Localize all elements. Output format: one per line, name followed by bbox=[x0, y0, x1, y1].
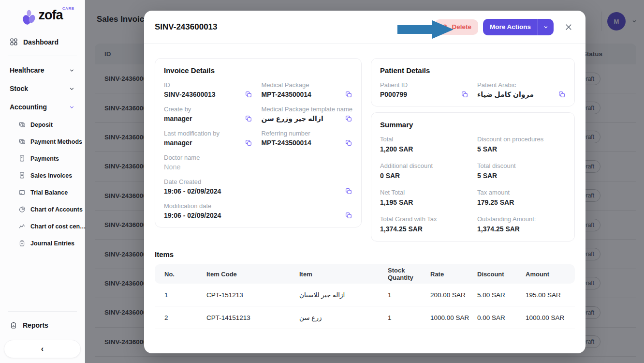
brand-badge: CARE bbox=[62, 7, 74, 11]
journal-entries-icon bbox=[18, 240, 26, 247]
summary-outstanding-amount: Outstanding Amount: 1,374.25 SAR bbox=[477, 215, 566, 233]
col-rate: Rate bbox=[430, 271, 477, 278]
card-title: Patient Details bbox=[380, 66, 566, 75]
modal-right-column: Patient Details Patient ID P000799 bbox=[371, 58, 575, 242]
summary-net-total: Net Total 1,195 SAR bbox=[380, 189, 468, 207]
more-actions-button[interactable]: More Actions bbox=[483, 19, 554, 35]
chevron-down-icon bbox=[69, 67, 75, 74]
chevron-left-icon: ‹ bbox=[41, 345, 44, 353]
sidebar-item-deposit[interactable]: Deposit bbox=[0, 116, 85, 133]
modal-header: SINV-243600013 Delete More Actions bbox=[144, 11, 585, 44]
sidebar-item-label: Chart of cost cen… bbox=[30, 223, 86, 230]
item-row: 1 CPT-151213 ازاله جير للاسنان 1 200.00 … bbox=[155, 284, 575, 306]
field-date-created: Date Created 19:06 - 02/09/2024 bbox=[164, 178, 352, 195]
sidebar-item-payment-methods[interactable]: Payment Methods bbox=[0, 133, 85, 150]
payments-icon bbox=[18, 155, 26, 162]
copy-icon[interactable] bbox=[345, 187, 352, 195]
summary-total: Total 1,200 SAR bbox=[380, 136, 468, 153]
copy-icon[interactable] bbox=[245, 91, 252, 98]
sidebar-group-stock[interactable]: Stock bbox=[0, 79, 85, 98]
more-actions-dropdown-toggle[interactable] bbox=[538, 19, 554, 35]
modal-body: Invoice Details ID SINV-243600013 bbox=[144, 44, 585, 329]
field-package-template-name: Medical Package template name ازاله جير … bbox=[261, 106, 352, 122]
sidebar-item-label: Deposit bbox=[30, 121, 53, 128]
group-label: Stock bbox=[10, 85, 28, 92]
main-area: Sales Invoice M ID Status SINV-243600013… bbox=[85, 0, 644, 363]
col-stock-quantity: Stock Quantity bbox=[388, 267, 430, 281]
sidebar-item-chart-of-accounts[interactable]: Chart of Accounts bbox=[0, 201, 85, 218]
field-patient-id: Patient ID P000799 bbox=[380, 81, 468, 98]
summary-additional-discount: Additional discount 0 SAR bbox=[380, 162, 468, 180]
col-item: Item bbox=[299, 271, 388, 278]
brand-name: zofa CARE bbox=[39, 9, 63, 22]
item-row: 2 CPT-14151213 زرع سن 1 1000.00 SAR 0.00… bbox=[155, 306, 575, 329]
sidebar-divider bbox=[8, 56, 77, 56]
sales-invoices-icon bbox=[18, 172, 26, 179]
chart-of-cost-centers-icon bbox=[18, 223, 26, 230]
summary-card: Summary Total 1,200 SAR Discount on proc… bbox=[371, 112, 575, 242]
chevron-down-icon bbox=[69, 86, 75, 92]
invoice-detail-modal: SINV-243600013 Delete More Actions bbox=[144, 11, 585, 353]
field-medical-package: Medical Package MPT-243500014 bbox=[261, 81, 352, 98]
modal-title: SINV-243600013 bbox=[155, 22, 435, 32]
sidebar-group-healthcare[interactable]: Healthcare bbox=[0, 61, 85, 79]
field-referring-number: Referring number MPT-243500014 bbox=[261, 130, 352, 147]
group-label: Healthcare bbox=[10, 66, 44, 74]
sidebar-collapse-button[interactable]: ‹ bbox=[4, 340, 81, 358]
trial-balance-icon bbox=[18, 189, 26, 196]
copy-icon[interactable] bbox=[558, 91, 566, 98]
app-window: zofa CARE Dashboard Healthcare Stock bbox=[0, 0, 644, 363]
sidebar-item-label: Trial Balance bbox=[30, 189, 68, 196]
summary-total-discount: Total discount 5 SAR bbox=[477, 162, 566, 180]
sidebar-item-label: Reports bbox=[23, 321, 48, 329]
sidebar-item-trial-balance[interactable]: Trial Balance bbox=[0, 184, 85, 201]
sidebar: zofa CARE Dashboard Healthcare Stock bbox=[0, 0, 85, 363]
col-no: No. bbox=[164, 271, 206, 278]
payment-methods-icon bbox=[18, 138, 26, 145]
chart-of-accounts-icon bbox=[18, 206, 26, 213]
sidebar-item-label: Dashboard bbox=[23, 38, 59, 46]
sidebar-divider bbox=[8, 311, 77, 312]
copy-icon[interactable] bbox=[345, 91, 352, 98]
copy-icon[interactable] bbox=[245, 139, 252, 147]
col-amount: Amount bbox=[526, 271, 575, 278]
sidebar-item-label: Journal Entries bbox=[30, 240, 74, 247]
sidebar-item-journal-entries[interactable]: Journal Entries bbox=[0, 235, 85, 252]
field-doctor-name: Doctor name None bbox=[164, 154, 352, 171]
summary-discount-on-procedures: Discount on procedures 5 SAR bbox=[477, 136, 566, 153]
copy-icon[interactable] bbox=[345, 212, 352, 219]
sidebar-item-label: Chart of Accounts bbox=[30, 206, 83, 213]
delete-button[interactable]: Delete bbox=[435, 19, 478, 35]
deposit-icon bbox=[18, 121, 26, 128]
sidebar-item-payments[interactable]: Payments bbox=[0, 150, 85, 167]
trash-icon bbox=[441, 24, 448, 30]
sidebar-item-label: Payments bbox=[30, 155, 59, 162]
sidebar-item-reports[interactable]: Reports bbox=[0, 317, 85, 334]
copy-icon[interactable] bbox=[461, 91, 468, 98]
sidebar-item-chart-of-cost-centers[interactable]: Chart of cost cen… bbox=[0, 218, 85, 235]
zofa-flower-icon bbox=[22, 10, 36, 25]
summary-tax-amount: Tax amount 179.25 SAR bbox=[477, 189, 566, 207]
col-discount: Discount bbox=[477, 271, 526, 278]
field-last-modification-by: Last modification by manager bbox=[164, 130, 252, 147]
sidebar-item-dashboard[interactable]: Dashboard bbox=[0, 33, 85, 51]
field-patient-arabic: Patient Arabic مروان كامل ضياء bbox=[477, 81, 566, 98]
sidebar-item-sales-invoices[interactable]: Sales Invoices bbox=[0, 167, 85, 184]
chevron-down-icon bbox=[69, 104, 75, 110]
sidebar-item-label: Payment Methods bbox=[30, 138, 82, 145]
patient-details-card: Patient Details Patient ID P000799 bbox=[371, 58, 575, 106]
sidebar-group-accounting[interactable]: Accounting bbox=[0, 98, 85, 116]
field-modification-date: Modification date 19:06 - 02/09/2024 bbox=[164, 202, 352, 219]
dashboard-grid-icon bbox=[10, 38, 18, 46]
reports-icon bbox=[10, 321, 17, 329]
copy-icon[interactable] bbox=[345, 139, 352, 147]
copy-icon[interactable] bbox=[345, 115, 352, 122]
invoice-details-card: Invoice Details ID SINV-243600013 bbox=[155, 58, 362, 227]
summary-total-grand-with-tax: Total Grand with Tax 1,374.25 SAR bbox=[380, 215, 468, 233]
items-table: No. Item Code Item Stock Quantity Rate D… bbox=[155, 264, 575, 329]
col-item-code: Item Code bbox=[206, 271, 299, 278]
copy-icon[interactable] bbox=[245, 115, 252, 122]
close-icon[interactable] bbox=[562, 21, 575, 33]
field-id: ID SINV-243600013 bbox=[164, 81, 252, 98]
items-section-title: Items bbox=[155, 250, 575, 258]
